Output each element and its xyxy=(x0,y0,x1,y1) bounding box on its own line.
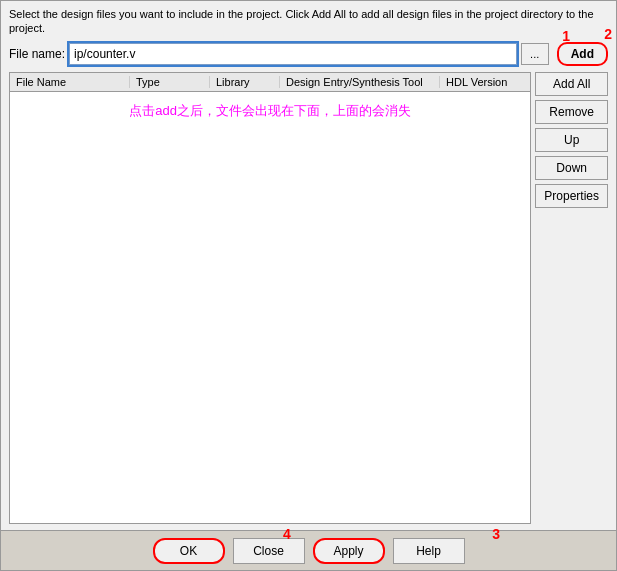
file-name-row: File name: 1 ... 2 Add xyxy=(9,42,608,66)
table-area: File Name Type Library Design Entry/Synt… xyxy=(9,72,531,524)
help-button[interactable]: Help xyxy=(393,538,465,564)
add-button[interactable]: Add xyxy=(557,42,608,66)
col-library: Library xyxy=(210,76,280,88)
col-type: Type xyxy=(130,76,210,88)
down-button[interactable]: Down xyxy=(535,156,608,180)
dialog-body: Select the design files you want to incl… xyxy=(1,1,616,530)
col-hdl-version: HDL Version xyxy=(440,76,530,88)
close-button[interactable]: Close xyxy=(233,538,305,564)
table-header: File Name Type Library Design Entry/Synt… xyxy=(10,73,530,92)
properties-button[interactable]: Properties xyxy=(535,184,608,208)
instruction-text: Select the design files you want to incl… xyxy=(9,7,608,36)
dialog-footer: 3 4 OK Close Apply Help xyxy=(1,530,616,570)
col-design-entry: Design Entry/Synthesis Tool xyxy=(280,76,440,88)
table-body: 点击add之后，文件会出现在下面，上面的会消失 xyxy=(10,92,530,523)
add-all-button[interactable]: Add All xyxy=(535,72,608,96)
browse-button[interactable]: ... xyxy=(521,43,549,65)
side-buttons-panel: Add All Remove Up Down Properties xyxy=(535,72,608,524)
remove-button[interactable]: Remove xyxy=(535,100,608,124)
annotation-chinese-text: 点击add之后，文件会出现在下面，上面的会消失 xyxy=(14,96,526,126)
apply-button[interactable]: Apply xyxy=(313,538,385,564)
ok-button[interactable]: OK xyxy=(153,538,225,564)
file-name-input[interactable] xyxy=(69,43,517,65)
file-name-label: File name: xyxy=(9,47,65,61)
col-filename: File Name xyxy=(10,76,130,88)
add-button-wrapper: 2 Add xyxy=(557,42,608,66)
main-dialog: Select the design files you want to incl… xyxy=(0,0,617,571)
content-area: File Name Type Library Design Entry/Synt… xyxy=(9,72,608,524)
up-button[interactable]: Up xyxy=(535,128,608,152)
